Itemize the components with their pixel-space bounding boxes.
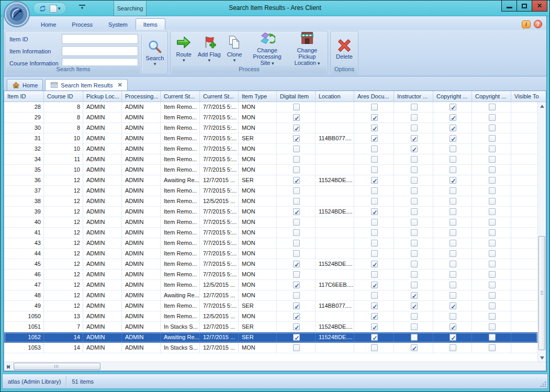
checkbox-ares-document[interactable] [371, 303, 378, 309]
checkbox-digital-item[interactable] [293, 187, 300, 194]
checkbox-copyright1[interactable] [450, 125, 456, 131]
checkbox-instructor[interactable] [411, 187, 418, 194]
column-header-visible-to[interactable]: Visible To [511, 91, 546, 102]
checkbox-copyright1[interactable] [450, 334, 456, 341]
table-row[interactable]: 10517ADMINADMINIn Stacks S...12/7/2015 .… [4, 322, 537, 332]
change-pickup-location-button[interactable]: Change Pickup Location ▾ [287, 32, 327, 65]
table-row[interactable]: 3110ADMINADMINItem Remo...7/7/2015 5:...… [4, 133, 537, 144]
checkbox-copyright1[interactable] [450, 219, 456, 226]
checkbox-digital-item[interactable] [293, 313, 300, 320]
tab-close-icon[interactable]: ✕ [117, 82, 122, 88]
checkbox-ares-document[interactable] [371, 344, 378, 351]
horizontal-scrollbar-thumb[interactable] [14, 363, 100, 370]
checkbox-instructor[interactable] [411, 229, 418, 236]
checkbox-ares-document[interactable] [371, 282, 378, 288]
checkbox-ares-document[interactable] [371, 292, 378, 299]
checkbox-copyright2[interactable] [489, 313, 496, 320]
vertical-scrollbar[interactable] [537, 102, 546, 362]
checkbox-copyright2[interactable] [489, 240, 496, 247]
checkbox-ares-document[interactable] [371, 229, 378, 236]
checkbox-copyright2[interactable] [489, 229, 496, 236]
checkbox-ares-document[interactable] [371, 104, 378, 110]
checkbox-copyright1[interactable] [450, 114, 456, 121]
change-processing-site-button[interactable]: Change Processing Site ▾ [247, 32, 287, 65]
checkbox-instructor[interactable] [411, 208, 418, 215]
checkbox-copyright2[interactable] [489, 261, 496, 267]
checkbox-ares-document[interactable] [371, 125, 378, 131]
checkbox-ares-document[interactable] [371, 323, 378, 330]
checkbox-copyright1[interactable] [450, 229, 456, 236]
checkbox-copyright1[interactable] [450, 104, 456, 110]
checkbox-ares-document[interactable] [371, 271, 378, 278]
checkbox-instructor[interactable] [411, 145, 418, 152]
checkbox-copyright1[interactable] [450, 198, 456, 205]
column-header-copyright[interactable]: Copyright ... [433, 91, 472, 102]
checkbox-instructor[interactable] [411, 240, 418, 247]
customize-quick-access-icon[interactable]: ▾ [79, 5, 85, 10]
checkbox-copyright1[interactable] [450, 303, 456, 309]
checkbox-digital-item[interactable] [293, 177, 300, 184]
table-row[interactable]: 4812ADMINADMINAwaiting Re...12/7/2015 ..… [4, 290, 537, 301]
checkbox-digital-item[interactable] [293, 334, 300, 341]
scroll-down-button[interactable] [538, 354, 546, 362]
checkbox-instructor[interactable] [411, 219, 418, 226]
checkbox-copyright1[interactable] [450, 156, 456, 163]
checkbox-copyright2[interactable] [489, 271, 496, 278]
checkbox-ares-document[interactable] [371, 240, 378, 247]
checkbox-copyright1[interactable] [450, 135, 456, 142]
minimize-button[interactable] [501, 1, 517, 12]
checkbox-digital-item[interactable] [293, 166, 300, 173]
delete-button[interactable]: Delete [332, 32, 357, 65]
route-button[interactable]: Route▾ [171, 32, 196, 65]
clone-button[interactable]: Clone▾ [222, 32, 247, 65]
checkbox-digital-item[interactable] [293, 240, 300, 247]
checkbox-copyright2[interactable] [489, 208, 496, 215]
table-row[interactable]: 105314ADMINADMINIn Stacks S...12/7/2015 … [4, 343, 537, 353]
checkbox-copyright1[interactable] [450, 166, 456, 173]
checkbox-instructor[interactable] [411, 334, 418, 341]
resize-grip-icon[interactable] [540, 381, 546, 387]
table-row[interactable]: 105013ADMINADMINItem Remo...12/5/2015 ..… [4, 311, 537, 322]
checkbox-digital-item[interactable] [293, 250, 300, 257]
checkbox-instructor[interactable] [411, 323, 418, 330]
table-row[interactable]: 3612ADMINADMINAwaiting Re...12/7/2015 ..… [4, 175, 537, 186]
checkbox-instructor[interactable] [411, 292, 418, 299]
checkbox-digital-item[interactable] [293, 219, 300, 226]
checkbox-copyright1[interactable] [450, 313, 456, 320]
column-header-location[interactable]: Location [316, 91, 354, 102]
checkbox-ares-document[interactable] [371, 208, 378, 215]
tab-search-item-results[interactable]: Search Item Results ✕ [45, 79, 127, 91]
checkbox-instructor[interactable] [411, 114, 418, 121]
item-information-input[interactable] [62, 46, 138, 56]
checkbox-ares-document[interactable] [371, 334, 378, 341]
checkbox-instructor[interactable] [411, 271, 418, 278]
table-row[interactable]: 3411ADMINADMINItem Remo...7/7/2015 5:...… [4, 154, 537, 165]
table-row[interactable]: 3210ADMINADMINItem Remo...7/7/2015 5:...… [4, 144, 537, 154]
checkbox-copyright1[interactable] [450, 177, 456, 184]
checkbox-ares-document[interactable] [371, 219, 378, 226]
column-header-item-id[interactable]: Item ID [4, 91, 44, 102]
checkbox-copyright2[interactable] [489, 114, 496, 121]
column-header-pickup-loc[interactable]: Pickup Loc... [83, 91, 122, 102]
table-row[interactable]: 105214ADMINADMINAwaiting Re...12/7/2015 … [4, 332, 537, 343]
checkbox-digital-item[interactable] [293, 229, 300, 236]
checkbox-copyright1[interactable] [450, 344, 456, 351]
table-row[interactable]: 3712ADMINADMINItem Remo...7/7/2015 5:...… [4, 186, 537, 196]
checkbox-copyright1[interactable] [450, 292, 456, 299]
add-flag-button[interactable]: Add Flag▾ [196, 32, 221, 65]
checkbox-copyright2[interactable] [489, 156, 496, 163]
column-header-copyright[interactable]: Copyright ... [472, 91, 511, 102]
checkbox-copyright2[interactable] [489, 104, 496, 110]
checkbox-copyright2[interactable] [489, 166, 496, 173]
checkbox-copyright1[interactable] [450, 271, 456, 278]
checkbox-ares-document[interactable] [371, 250, 378, 257]
checkbox-ares-document[interactable] [371, 135, 378, 142]
ribbon-tab-system[interactable]: System [100, 18, 136, 30]
table-row[interactable]: 3510ADMINADMINItem Remo...7/7/2015 5:...… [4, 165, 537, 175]
checkbox-copyright1[interactable] [450, 145, 456, 152]
search-button[interactable]: Search ▾ [142, 33, 167, 73]
column-header-item-type[interactable]: Item Type [239, 91, 277, 102]
checkbox-copyright2[interactable] [489, 125, 496, 131]
checkbox-copyright1[interactable] [450, 240, 456, 247]
item-id-input[interactable] [62, 34, 138, 44]
